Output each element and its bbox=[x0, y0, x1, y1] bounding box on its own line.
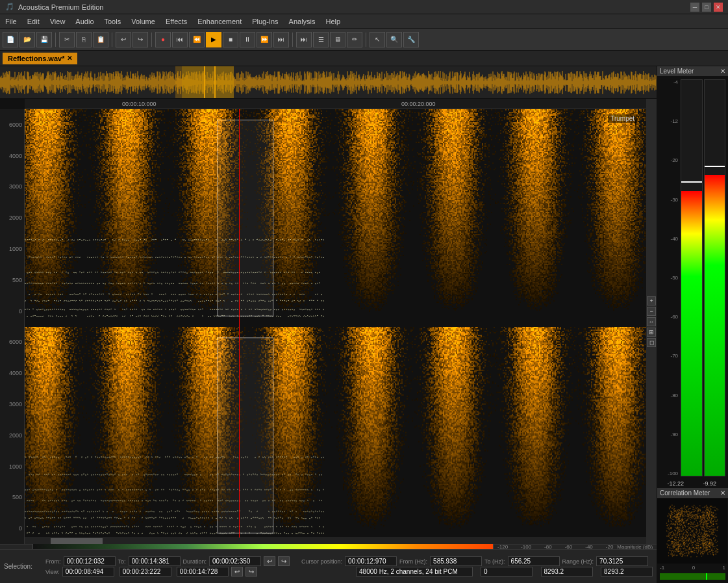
selection-from-input[interactable] bbox=[64, 556, 116, 566]
paste-button[interactable]: 📋 bbox=[93, 32, 108, 47]
undo-button[interactable]: ↩ bbox=[116, 32, 131, 47]
to-start-button[interactable]: ⏮ bbox=[172, 32, 188, 47]
left-db-value: -12.22 bbox=[660, 480, 691, 487]
menu-help[interactable]: Help bbox=[321, 16, 346, 27]
menu-effects[interactable]: Effects bbox=[160, 16, 192, 27]
zoom-sel-button[interactable]: ◻ bbox=[647, 338, 656, 347]
menu-plugins[interactable]: Plug-Ins bbox=[247, 16, 283, 27]
main-area: 00:00:10:000 00:00:20:000 6000 4000 3000… bbox=[0, 66, 728, 583]
selection-dur-input[interactable] bbox=[209, 556, 261, 566]
pause-button[interactable]: ⏸ bbox=[240, 32, 255, 47]
right-meter-bar bbox=[704, 79, 725, 476]
file-tab[interactable]: Reflections.wav* ✕ bbox=[3, 53, 77, 64]
zoom-in-button[interactable]: + bbox=[647, 296, 656, 305]
freq-labels-ch2: 6000 4000 3000 2000 1000 500 0 bbox=[0, 327, 25, 545]
app-icon: 🎵 bbox=[5, 3, 14, 11]
pencil-button[interactable]: ✏ bbox=[347, 32, 362, 47]
waveform-canvas bbox=[0, 66, 657, 99]
cut-button[interactable]: ✂ bbox=[59, 32, 75, 47]
open-button[interactable]: 📂 bbox=[19, 32, 35, 47]
left-meter-bar bbox=[681, 79, 702, 476]
spectrogram-canvas-1 bbox=[25, 109, 646, 327]
zoom-out-button[interactable]: − bbox=[647, 307, 656, 316]
right-peak-marker bbox=[705, 166, 725, 167]
time-ruler-top: 00:00:10:000 00:00:20:000 bbox=[25, 99, 646, 109]
menu-volume[interactable]: Volume bbox=[126, 16, 160, 27]
apply-sel-button[interactable]: ↪ bbox=[278, 556, 290, 566]
app-title: Acoustica Premium Edition bbox=[18, 3, 690, 11]
level-meter-title: Level Meter bbox=[660, 68, 694, 75]
cursor-button[interactable]: ↖ bbox=[370, 32, 385, 47]
new-button[interactable]: 📄 bbox=[3, 32, 18, 47]
zoom-reset-button[interactable]: ⊞ bbox=[647, 328, 656, 337]
level-meter-display: -4 -12 -20 -30 -40 -50 -60 -70 -80 -90 -… bbox=[657, 77, 728, 479]
titlebar: 🎵 Acoustica Premium Edition ─ □ ✕ bbox=[0, 0, 728, 14]
view-row: View: ↩ ↪ bbox=[45, 567, 290, 577]
view-range-hz-input[interactable] bbox=[601, 567, 653, 577]
minimize-button[interactable]: ─ bbox=[690, 3, 699, 12]
selection-label: Selection: bbox=[4, 563, 43, 570]
selection-row: Selection: From: To: Duration: ↩ ↪ bbox=[4, 556, 290, 577]
h-scrollbar-thumb[interactable] bbox=[51, 538, 103, 544]
tools-button[interactable]: 🔧 bbox=[403, 32, 419, 47]
loop-button[interactable]: ⏭ bbox=[296, 32, 312, 47]
menubar: File Edit View Audio Tools Volume Effect… bbox=[0, 14, 728, 29]
view-to-input[interactable] bbox=[119, 567, 171, 577]
selection-bar: Selection: From: To: Duration: ↩ ↪ bbox=[0, 549, 657, 583]
file-tab-close[interactable]: ✕ bbox=[67, 55, 72, 62]
to-hz-input[interactable] bbox=[508, 556, 560, 566]
view-from-input[interactable] bbox=[62, 567, 114, 577]
stop-button[interactable]: ■ bbox=[223, 32, 238, 47]
selection-from-row: From: To: Duration: ↩ ↪ bbox=[45, 556, 290, 566]
close-button[interactable]: ✕ bbox=[714, 3, 723, 12]
meter-bars bbox=[681, 79, 725, 476]
play-button[interactable]: ▶ bbox=[206, 32, 221, 47]
from-hz-input[interactable] bbox=[430, 556, 482, 566]
cursor-pos-input[interactable] bbox=[345, 556, 397, 566]
view-hz-row: x x bbox=[301, 567, 653, 577]
spectrogram-canvas-2 bbox=[25, 327, 646, 545]
menu-enhancement[interactable]: Enhancement bbox=[192, 16, 247, 27]
view-reset-button[interactable]: ↩ bbox=[231, 567, 243, 577]
zoom-fit-button[interactable]: ↔ bbox=[647, 317, 656, 326]
menu-edit[interactable]: Edit bbox=[22, 16, 45, 27]
correlation-canvas bbox=[657, 499, 727, 564]
right-db-value: -9.92 bbox=[694, 480, 725, 487]
waveform-overview[interactable] bbox=[0, 66, 657, 99]
save-button[interactable]: 💾 bbox=[36, 32, 52, 47]
maximize-button[interactable]: □ bbox=[702, 3, 711, 12]
corr-bar bbox=[660, 573, 725, 580]
selection-to-input[interactable] bbox=[129, 556, 181, 566]
level-meter-header: Level Meter ✕ bbox=[657, 66, 728, 77]
view-to-hz-input[interactable] bbox=[541, 567, 593, 577]
range-hz-input[interactable] bbox=[596, 556, 648, 566]
view-from-hz-input[interactable] bbox=[481, 567, 533, 577]
view-dur-input[interactable] bbox=[177, 567, 229, 577]
record-button[interactable]: ● bbox=[155, 32, 171, 47]
right-level-fill bbox=[705, 175, 725, 476]
back-button[interactable]: ⏪ bbox=[189, 32, 205, 47]
menu-analysis[interactable]: Analysis bbox=[284, 16, 321, 27]
level-meter-close[interactable]: ✕ bbox=[720, 68, 725, 75]
channel2-spectrogram: 6000 4000 3000 2000 1000 500 0 bbox=[0, 327, 657, 545]
correlation-meter-close[interactable]: ✕ bbox=[720, 489, 725, 497]
forward-button[interactable]: ⏩ bbox=[257, 32, 272, 47]
playlist-button[interactable]: ☰ bbox=[313, 32, 329, 47]
magnitude-bar: -120 -100 -80 -60 -40 -20 Magnitude (dB) bbox=[0, 544, 657, 549]
view-apply-button[interactable]: ↪ bbox=[245, 567, 257, 577]
menu-audio[interactable]: Audio bbox=[70, 16, 99, 27]
to-end-button[interactable]: ⏭ bbox=[273, 32, 289, 47]
redo-button[interactable]: ↪ bbox=[132, 32, 148, 47]
view-btn1[interactable]: 🖥 bbox=[330, 32, 345, 47]
selection-fields: From: To: Duration: ↩ ↪ View: bbox=[45, 556, 290, 577]
spectrogram-area[interactable]: 00:00:10:000 00:00:20:000 6000 4000 3000… bbox=[0, 99, 657, 544]
time-label-1: 00:00:10:000 bbox=[122, 101, 157, 107]
copy-button[interactable]: ⎘ bbox=[76, 32, 92, 47]
menu-view[interactable]: View bbox=[45, 16, 71, 27]
zoom-button[interactable]: 🔍 bbox=[386, 32, 402, 47]
menu-tools[interactable]: Tools bbox=[99, 16, 127, 27]
reset-sel-button[interactable]: ↩ bbox=[264, 556, 275, 566]
menu-file[interactable]: File bbox=[0, 16, 22, 27]
selection-group: Selection: From: To: Duration: ↩ ↪ bbox=[4, 556, 290, 577]
h-scrollbar[interactable] bbox=[25, 538, 646, 544]
